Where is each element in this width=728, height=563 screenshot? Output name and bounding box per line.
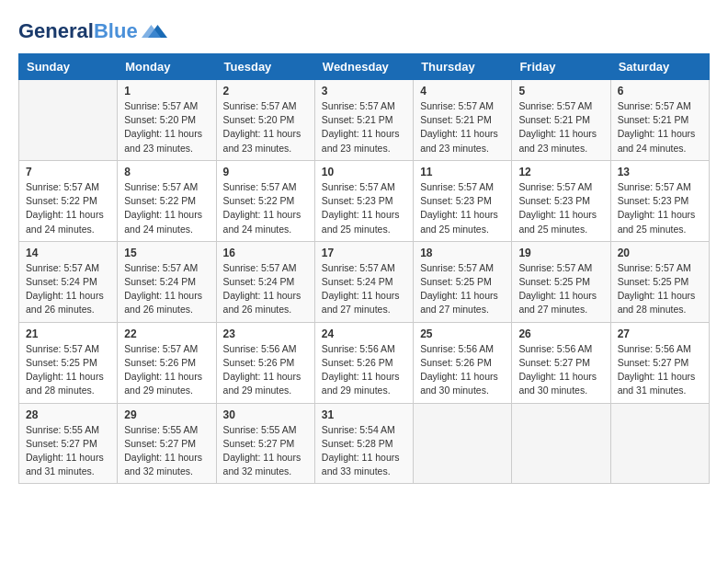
cell-content: Sunrise: 5:57 AMSunset: 5:25 PMDaylight:… [518, 261, 603, 317]
calendar-cell: 13Sunrise: 5:57 AMSunset: 5:23 PMDayligh… [610, 160, 709, 241]
calendar-cell: 3Sunrise: 5:57 AMSunset: 5:21 PMDaylight… [314, 80, 413, 161]
calendar-cell [19, 80, 118, 161]
cell-content: Sunrise: 5:56 AMSunset: 5:27 PMDaylight:… [518, 342, 603, 398]
day-number: 5 [518, 85, 603, 98]
day-number: 23 [223, 327, 308, 340]
calendar-cell: 20Sunrise: 5:57 AMSunset: 5:25 PMDayligh… [610, 241, 709, 322]
day-header-monday: Monday [118, 54, 216, 80]
day-header-sunday: Sunday [19, 54, 118, 80]
day-number: 26 [518, 327, 603, 340]
day-number: 18 [420, 247, 505, 259]
day-header-saturday: Saturday [610, 54, 709, 80]
day-number: 25 [420, 327, 505, 340]
logo: GeneralBlue [18, 18, 167, 44]
calendar-cell: 22Sunrise: 5:57 AMSunset: 5:26 PMDayligh… [118, 322, 216, 403]
day-number: 3 [322, 85, 406, 98]
calendar-cell: 9Sunrise: 5:57 AMSunset: 5:22 PMDaylight… [216, 160, 314, 241]
day-number: 31 [322, 408, 406, 421]
day-number: 7 [26, 166, 110, 178]
day-header-thursday: Thursday [414, 54, 512, 80]
week-row-2: 7Sunrise: 5:57 AMSunset: 5:22 PMDaylight… [19, 160, 710, 241]
day-number: 21 [26, 327, 110, 340]
calendar-cell: 26Sunrise: 5:56 AMSunset: 5:27 PMDayligh… [512, 322, 610, 403]
day-header-friday: Friday [512, 54, 610, 80]
cell-content: Sunrise: 5:57 AMSunset: 5:25 PMDaylight:… [26, 342, 110, 398]
day-number: 16 [223, 247, 308, 259]
calendar-cell: 18Sunrise: 5:57 AMSunset: 5:25 PMDayligh… [414, 241, 512, 322]
page-header: GeneralBlue [18, 18, 710, 44]
cell-content: Sunrise: 5:57 AMSunset: 5:22 PMDaylight:… [124, 180, 209, 236]
cell-content: Sunrise: 5:57 AMSunset: 5:21 PMDaylight:… [420, 99, 505, 155]
day-number: 6 [618, 85, 702, 98]
cell-content: Sunrise: 5:57 AMSunset: 5:23 PMDaylight:… [518, 180, 603, 236]
calendar-cell: 14Sunrise: 5:57 AMSunset: 5:24 PMDayligh… [19, 241, 118, 322]
cell-content: Sunrise: 5:57 AMSunset: 5:25 PMDaylight:… [618, 261, 702, 317]
cell-content: Sunrise: 5:57 AMSunset: 5:21 PMDaylight:… [618, 99, 702, 155]
calendar-cell: 1Sunrise: 5:57 AMSunset: 5:20 PMDaylight… [118, 80, 216, 161]
calendar-cell: 16Sunrise: 5:57 AMSunset: 5:24 PMDayligh… [216, 241, 314, 322]
day-number: 15 [124, 247, 209, 259]
cell-content: Sunrise: 5:57 AMSunset: 5:24 PMDaylight:… [322, 261, 406, 317]
day-number: 19 [518, 247, 603, 259]
day-number: 2 [223, 85, 308, 98]
calendar-cell: 31Sunrise: 5:54 AMSunset: 5:28 PMDayligh… [314, 403, 413, 484]
cell-content: Sunrise: 5:57 AMSunset: 5:20 PMDaylight:… [223, 99, 308, 155]
cell-content: Sunrise: 5:57 AMSunset: 5:21 PMDaylight:… [322, 99, 406, 155]
cell-content: Sunrise: 5:56 AMSunset: 5:26 PMDaylight:… [420, 342, 505, 398]
day-header-tuesday: Tuesday [216, 54, 314, 80]
cell-content: Sunrise: 5:57 AMSunset: 5:24 PMDaylight:… [124, 261, 209, 317]
calendar-cell: 5Sunrise: 5:57 AMSunset: 5:21 PMDaylight… [512, 80, 610, 161]
calendar-cell: 21Sunrise: 5:57 AMSunset: 5:25 PMDayligh… [19, 322, 118, 403]
cell-content: Sunrise: 5:57 AMSunset: 5:22 PMDaylight:… [223, 180, 308, 236]
calendar-cell: 30Sunrise: 5:55 AMSunset: 5:27 PMDayligh… [216, 403, 314, 484]
week-row-1: 1Sunrise: 5:57 AMSunset: 5:20 PMDaylight… [19, 80, 710, 161]
day-number: 8 [124, 166, 209, 178]
calendar-cell: 19Sunrise: 5:57 AMSunset: 5:25 PMDayligh… [512, 241, 610, 322]
cell-content: Sunrise: 5:54 AMSunset: 5:28 PMDaylight:… [322, 423, 406, 479]
cell-content: Sunrise: 5:57 AMSunset: 5:20 PMDaylight:… [124, 99, 209, 155]
calendar-cell: 12Sunrise: 5:57 AMSunset: 5:23 PMDayligh… [512, 160, 610, 241]
cell-content: Sunrise: 5:57 AMSunset: 5:24 PMDaylight:… [223, 261, 308, 317]
day-number: 17 [322, 247, 406, 259]
calendar-cell [610, 403, 709, 484]
day-number: 22 [124, 327, 209, 340]
day-number: 11 [420, 166, 505, 178]
calendar-cell: 28Sunrise: 5:55 AMSunset: 5:27 PMDayligh… [19, 403, 118, 484]
day-number: 30 [223, 408, 308, 421]
day-number: 9 [223, 166, 308, 178]
day-number: 27 [618, 327, 702, 340]
calendar-cell: 8Sunrise: 5:57 AMSunset: 5:22 PMDaylight… [118, 160, 216, 241]
logo-text: GeneralBlue [18, 20, 138, 42]
day-number: 24 [322, 327, 406, 340]
day-number: 1 [124, 85, 209, 98]
day-number: 20 [618, 247, 702, 259]
calendar-cell: 29Sunrise: 5:55 AMSunset: 5:27 PMDayligh… [118, 403, 216, 484]
calendar-cell: 6Sunrise: 5:57 AMSunset: 5:21 PMDaylight… [610, 80, 709, 161]
day-number: 10 [322, 166, 406, 178]
calendar-cell: 10Sunrise: 5:57 AMSunset: 5:23 PMDayligh… [314, 160, 413, 241]
day-header-wednesday: Wednesday [314, 54, 413, 80]
header-row: SundayMondayTuesdayWednesdayThursdayFrid… [19, 54, 710, 80]
calendar-cell [414, 403, 512, 484]
week-row-3: 14Sunrise: 5:57 AMSunset: 5:24 PMDayligh… [19, 241, 710, 322]
cell-content: Sunrise: 5:57 AMSunset: 5:24 PMDaylight:… [26, 261, 110, 317]
cell-content: Sunrise: 5:57 AMSunset: 5:23 PMDaylight:… [618, 180, 702, 236]
calendar-cell: 17Sunrise: 5:57 AMSunset: 5:24 PMDayligh… [314, 241, 413, 322]
cell-content: Sunrise: 5:55 AMSunset: 5:27 PMDaylight:… [124, 423, 209, 479]
cell-content: Sunrise: 5:57 AMSunset: 5:21 PMDaylight:… [518, 99, 603, 155]
day-number: 12 [518, 166, 603, 178]
calendar-table: SundayMondayTuesdayWednesdayThursdayFrid… [18, 53, 710, 484]
cell-content: Sunrise: 5:55 AMSunset: 5:27 PMDaylight:… [223, 423, 308, 479]
cell-content: Sunrise: 5:55 AMSunset: 5:27 PMDaylight:… [26, 423, 110, 479]
day-number: 29 [124, 408, 209, 421]
day-number: 28 [26, 408, 110, 421]
cell-content: Sunrise: 5:57 AMSunset: 5:23 PMDaylight:… [322, 180, 406, 236]
cell-content: Sunrise: 5:56 AMSunset: 5:27 PMDaylight:… [618, 342, 702, 398]
calendar-cell: 15Sunrise: 5:57 AMSunset: 5:24 PMDayligh… [118, 241, 216, 322]
week-row-4: 21Sunrise: 5:57 AMSunset: 5:25 PMDayligh… [19, 322, 710, 403]
cell-content: Sunrise: 5:57 AMSunset: 5:23 PMDaylight:… [420, 180, 505, 236]
cell-content: Sunrise: 5:57 AMSunset: 5:26 PMDaylight:… [124, 342, 209, 398]
cell-content: Sunrise: 5:57 AMSunset: 5:25 PMDaylight:… [420, 261, 505, 317]
calendar-cell [512, 403, 610, 484]
cell-content: Sunrise: 5:57 AMSunset: 5:22 PMDaylight:… [26, 180, 110, 236]
